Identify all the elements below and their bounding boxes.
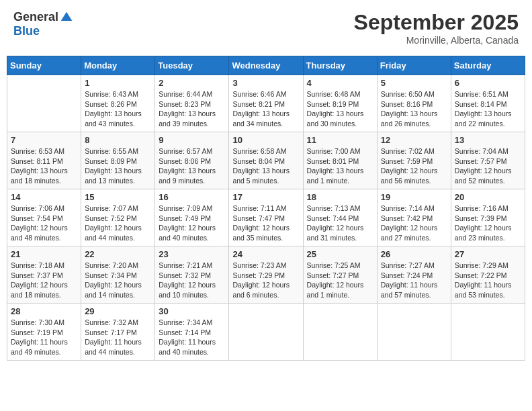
day-number: 13 xyxy=(455,135,521,145)
calendar-week-2: 7Sunrise: 6:53 AM Sunset: 8:11 PM Daylig… xyxy=(7,132,525,189)
day-info: Sunrise: 7:06 AM Sunset: 7:54 PM Dayligh… xyxy=(11,203,77,243)
logo-general-text: General xyxy=(13,10,58,24)
logo: General Blue xyxy=(13,10,73,38)
calendar-header-tuesday: Tuesday xyxy=(155,56,229,75)
calendar-cell: 13Sunrise: 7:04 AM Sunset: 7:57 PM Dayli… xyxy=(451,132,525,189)
day-number: 8 xyxy=(85,135,151,145)
day-info: Sunrise: 6:53 AM Sunset: 8:11 PM Dayligh… xyxy=(11,146,77,186)
day-info: Sunrise: 7:04 AM Sunset: 7:57 PM Dayligh… xyxy=(455,146,521,186)
calendar-cell: 10Sunrise: 6:58 AM Sunset: 8:04 PM Dayli… xyxy=(229,132,303,189)
day-info: Sunrise: 7:18 AM Sunset: 7:37 PM Dayligh… xyxy=(11,261,77,300)
day-number: 29 xyxy=(85,306,151,316)
day-info: Sunrise: 7:30 AM Sunset: 7:19 PM Dayligh… xyxy=(11,318,77,357)
calendar-cell: 3Sunrise: 6:46 AM Sunset: 8:21 PM Daylig… xyxy=(229,75,303,132)
day-number: 24 xyxy=(232,249,299,259)
day-number: 5 xyxy=(381,78,447,88)
day-info: Sunrise: 7:09 AM Sunset: 7:49 PM Dayligh… xyxy=(159,203,225,243)
month-title: September 2025 xyxy=(354,10,519,35)
day-number: 6 xyxy=(455,78,521,88)
calendar-cell xyxy=(377,304,451,361)
calendar-cell: 28Sunrise: 7:30 AM Sunset: 7:19 PM Dayli… xyxy=(7,304,81,361)
day-number: 27 xyxy=(455,249,521,259)
day-number: 17 xyxy=(232,192,299,202)
calendar-cell xyxy=(451,304,525,361)
day-info: Sunrise: 6:48 AM Sunset: 8:19 PM Dayligh… xyxy=(307,89,373,129)
calendar-cell: 5Sunrise: 6:50 AM Sunset: 8:16 PM Daylig… xyxy=(377,75,451,132)
calendar-cell: 16Sunrise: 7:09 AM Sunset: 7:49 PM Dayli… xyxy=(155,189,229,246)
logo-blue-text: Blue xyxy=(13,24,40,38)
calendar-cell xyxy=(303,304,377,361)
calendar-week-3: 14Sunrise: 7:06 AM Sunset: 7:54 PM Dayli… xyxy=(7,189,525,246)
day-info: Sunrise: 7:14 AM Sunset: 7:42 PM Dayligh… xyxy=(381,203,447,243)
day-info: Sunrise: 6:50 AM Sunset: 8:16 PM Dayligh… xyxy=(381,89,447,129)
day-number: 18 xyxy=(307,192,373,202)
calendar-cell: 20Sunrise: 7:16 AM Sunset: 7:39 PM Dayli… xyxy=(451,189,525,246)
calendar-week-1: 1Sunrise: 6:43 AM Sunset: 8:26 PM Daylig… xyxy=(7,75,525,132)
day-number: 12 xyxy=(381,135,447,145)
title-area: September 2025 Morinville, Alberta, Cana… xyxy=(354,10,519,46)
calendar-cell xyxy=(7,75,81,132)
calendar-cell: 2Sunrise: 6:44 AM Sunset: 8:23 PM Daylig… xyxy=(155,75,229,132)
day-number: 28 xyxy=(11,306,77,316)
day-info: Sunrise: 7:25 AM Sunset: 7:27 PM Dayligh… xyxy=(307,261,373,300)
day-info: Sunrise: 7:21 AM Sunset: 7:32 PM Dayligh… xyxy=(159,261,225,300)
day-info: Sunrise: 6:43 AM Sunset: 8:26 PM Dayligh… xyxy=(85,89,151,129)
calendar-cell: 4Sunrise: 6:48 AM Sunset: 8:19 PM Daylig… xyxy=(303,75,377,132)
calendar-cell: 25Sunrise: 7:25 AM Sunset: 7:27 PM Dayli… xyxy=(303,246,377,304)
calendar-cell: 30Sunrise: 7:34 AM Sunset: 7:14 PM Dayli… xyxy=(155,304,229,361)
day-info: Sunrise: 7:27 AM Sunset: 7:24 PM Dayligh… xyxy=(381,261,447,300)
location-text: Morinville, Alberta, Canada xyxy=(354,35,519,46)
day-number: 23 xyxy=(159,249,225,259)
day-number: 19 xyxy=(381,192,447,202)
day-info: Sunrise: 7:00 AM Sunset: 8:01 PM Dayligh… xyxy=(307,146,373,186)
calendar-header-saturday: Saturday xyxy=(451,56,525,75)
calendar-cell: 14Sunrise: 7:06 AM Sunset: 7:54 PM Dayli… xyxy=(7,189,81,246)
day-info: Sunrise: 6:46 AM Sunset: 8:21 PM Dayligh… xyxy=(232,89,299,129)
day-number: 7 xyxy=(11,135,77,145)
calendar-cell: 1Sunrise: 6:43 AM Sunset: 8:26 PM Daylig… xyxy=(81,75,155,132)
day-number: 15 xyxy=(85,192,151,202)
day-info: Sunrise: 7:07 AM Sunset: 7:52 PM Dayligh… xyxy=(85,203,151,243)
day-number: 10 xyxy=(232,135,299,145)
day-info: Sunrise: 7:34 AM Sunset: 7:14 PM Dayligh… xyxy=(159,318,225,357)
calendar-table: SundayMondayTuesdayWednesdayThursdayFrid… xyxy=(7,56,525,361)
calendar-cell: 7Sunrise: 6:53 AM Sunset: 8:11 PM Daylig… xyxy=(7,132,81,189)
calendar-cell: 18Sunrise: 7:13 AM Sunset: 7:44 PM Dayli… xyxy=(303,189,377,246)
calendar-header-thursday: Thursday xyxy=(303,56,377,75)
day-number: 20 xyxy=(455,192,521,202)
day-info: Sunrise: 6:51 AM Sunset: 8:14 PM Dayligh… xyxy=(455,89,521,129)
day-number: 9 xyxy=(159,135,225,145)
day-number: 2 xyxy=(159,78,225,88)
calendar-cell: 19Sunrise: 7:14 AM Sunset: 7:42 PM Dayli… xyxy=(377,189,451,246)
calendar-cell: 9Sunrise: 6:57 AM Sunset: 8:06 PM Daylig… xyxy=(155,132,229,189)
day-info: Sunrise: 6:57 AM Sunset: 8:06 PM Dayligh… xyxy=(159,146,225,186)
day-number: 16 xyxy=(159,192,225,202)
calendar-header-friday: Friday xyxy=(377,56,451,75)
calendar-header-sunday: Sunday xyxy=(7,56,81,75)
calendar-cell: 23Sunrise: 7:21 AM Sunset: 7:32 PM Dayli… xyxy=(155,246,229,304)
day-number: 14 xyxy=(11,192,77,202)
day-number: 1 xyxy=(85,78,151,88)
day-info: Sunrise: 7:20 AM Sunset: 7:34 PM Dayligh… xyxy=(85,261,151,300)
svg-marker-0 xyxy=(61,11,73,20)
day-number: 21 xyxy=(11,249,77,259)
calendar-week-4: 21Sunrise: 7:18 AM Sunset: 7:37 PM Dayli… xyxy=(7,246,525,304)
day-info: Sunrise: 6:44 AM Sunset: 8:23 PM Dayligh… xyxy=(159,89,225,129)
calendar-cell: 17Sunrise: 7:11 AM Sunset: 7:47 PM Dayli… xyxy=(229,189,303,246)
day-number: 25 xyxy=(307,249,373,259)
day-info: Sunrise: 7:29 AM Sunset: 7:22 PM Dayligh… xyxy=(455,261,521,300)
calendar-week-5: 28Sunrise: 7:30 AM Sunset: 7:19 PM Dayli… xyxy=(7,304,525,361)
page-header: General Blue September 2025 Morinville, … xyxy=(7,7,525,49)
calendar-cell: 15Sunrise: 7:07 AM Sunset: 7:52 PM Dayli… xyxy=(81,189,155,246)
calendar-header-monday: Monday xyxy=(81,56,155,75)
calendar-header-row: SundayMondayTuesdayWednesdayThursdayFrid… xyxy=(7,56,525,75)
calendar-cell: 22Sunrise: 7:20 AM Sunset: 7:34 PM Dayli… xyxy=(81,246,155,304)
calendar-cell: 21Sunrise: 7:18 AM Sunset: 7:37 PM Dayli… xyxy=(7,246,81,304)
day-number: 22 xyxy=(85,249,151,259)
calendar-header-wednesday: Wednesday xyxy=(229,56,303,75)
day-info: Sunrise: 7:02 AM Sunset: 7:59 PM Dayligh… xyxy=(381,146,447,186)
logo-icon xyxy=(60,11,73,24)
day-number: 26 xyxy=(381,249,447,259)
calendar-cell: 29Sunrise: 7:32 AM Sunset: 7:17 PM Dayli… xyxy=(81,304,155,361)
day-number: 3 xyxy=(232,78,299,88)
